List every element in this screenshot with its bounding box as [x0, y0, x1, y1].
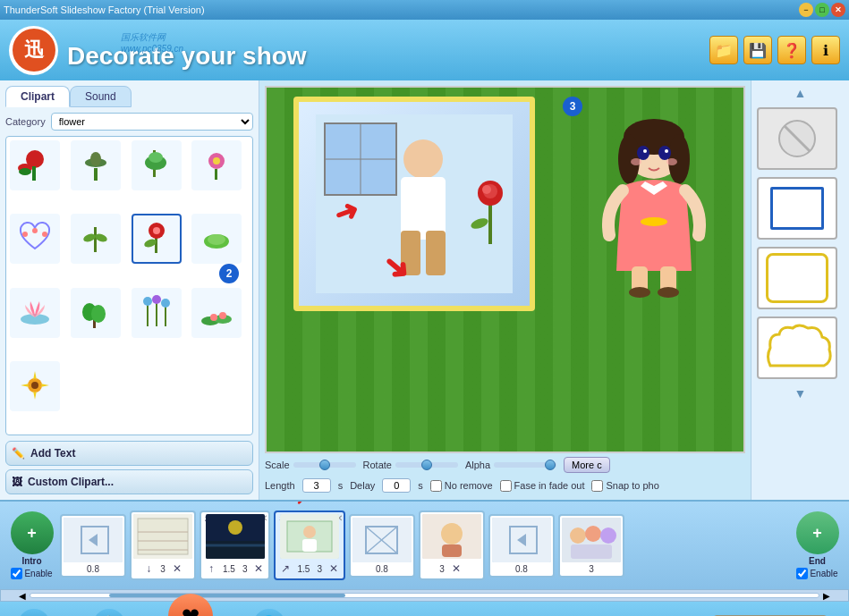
nav-publish[interactable]: 🌐 Publish	[250, 609, 288, 616]
frame-preview-blue[interactable]	[757, 177, 837, 240]
scale-slider[interactable]	[293, 462, 356, 468]
scrollbar-thumb[interactable]	[109, 594, 345, 597]
header-toolbar: 📁 💾 ❓ ℹ	[709, 36, 840, 64]
filmstrip-scrollbar[interactable]: ◀ ▶	[0, 589, 849, 602]
frame-preview-yellow-rounded[interactable]	[757, 247, 837, 309]
clipart-item[interactable]	[191, 140, 242, 190]
intro-button[interactable]: +	[11, 511, 54, 554]
svg-point-36	[161, 299, 170, 308]
scroll-right-btn[interactable]: ▶	[823, 591, 830, 601]
close-button[interactable]: ✕	[831, 3, 845, 17]
clipart-item[interactable]	[10, 288, 60, 338]
slide-info: 3 ✕	[439, 561, 464, 577]
slide-thumb	[422, 514, 481, 559]
info-button[interactable]: ℹ	[811, 36, 840, 64]
scroll-down-arrow[interactable]: ▼	[757, 386, 844, 401]
tab-clipart[interactable]: Clipart	[5, 86, 70, 107]
clipart-item-selected[interactable]	[132, 214, 182, 264]
alpha-label: Alpha	[465, 460, 490, 470]
film-slide-5[interactable]: 5 ✕ 3	[558, 514, 624, 578]
length-input[interactable]	[302, 478, 331, 493]
svg-text:迅: 迅	[24, 38, 45, 61]
scroll-left-btn[interactable]: ◀	[19, 591, 26, 601]
nav-photo[interactable]: 🖼 Photo	[18, 609, 50, 616]
clipart-item[interactable]	[191, 288, 242, 338]
slide-thumb	[64, 518, 123, 562]
frame-preview-none[interactable]	[757, 107, 837, 170]
clipart-item[interactable]	[191, 214, 242, 264]
clipart-item[interactable]	[10, 140, 60, 190]
svg-point-16	[42, 232, 47, 237]
canvas-area[interactable]: ➜ ➜ 3	[265, 86, 745, 453]
add-text-button[interactable]: ✏️ Add Text	[5, 441, 253, 466]
custom-clipart-button[interactable]: 🖼 Custom Clipart...	[5, 469, 253, 494]
tab-sound[interactable]: Sound	[70, 86, 132, 107]
help-button[interactable]: ❓	[777, 36, 806, 64]
film-slide-3[interactable]: 3 ✕ ➜ 1 ↗ 1.5 3 ✕	[274, 511, 344, 580]
plus-icon: +	[812, 524, 822, 543]
fade-in-option[interactable]: Fase in fade out	[500, 480, 585, 492]
no-remove-option[interactable]: No remove	[430, 480, 493, 492]
end-enable[interactable]: Enable	[796, 568, 837, 579]
slide-info: 3	[589, 564, 594, 574]
slide-thumb	[206, 514, 265, 559]
save-button[interactable]: 💾	[743, 36, 772, 64]
intro-enable-checkbox[interactable]	[11, 568, 22, 579]
film-slide-4[interactable]: 4 ✕ 3 ✕	[419, 511, 485, 580]
snap-option[interactable]: Snap to pho	[591, 480, 658, 492]
clipart-item[interactable]	[71, 214, 121, 264]
plus-icon: +	[27, 524, 37, 543]
film-slide-blank2[interactable]: 0.8	[349, 514, 415, 578]
svg-point-11	[149, 152, 163, 163]
rotate-slider[interactable]	[395, 462, 458, 468]
scroll-up-arrow[interactable]: ▲	[757, 86, 844, 100]
film-slide-blank3[interactable]: 0.8	[488, 514, 555, 578]
end-enable-checkbox[interactable]	[796, 568, 808, 579]
alpha-slider[interactable]	[494, 462, 556, 468]
svg-point-64	[631, 158, 641, 165]
svg-point-26	[208, 234, 225, 245]
svg-rect-14	[215, 169, 217, 180]
svg-point-42	[31, 382, 38, 389]
slide-info: ↑ 1.5 3 ✕	[203, 561, 267, 577]
film-slide-blank1[interactable]: 0.8	[60, 514, 126, 578]
more-button[interactable]: More c	[564, 457, 610, 473]
scale-control: Scale	[265, 460, 356, 470]
end-button[interactable]: +	[796, 511, 839, 554]
nav-template[interactable]: 📋 Template	[86, 609, 132, 616]
open-button[interactable]: 📁	[709, 36, 738, 64]
clipart-item[interactable]	[71, 140, 121, 190]
svg-point-100	[570, 527, 586, 544]
slide-info: ↗ 1.5 3 ✕	[277, 561, 341, 577]
fade-in-checkbox[interactable]	[500, 480, 512, 492]
category-select[interactable]: flower animal nature holiday	[51, 113, 253, 131]
slide-thumb	[492, 518, 551, 562]
nav-decorate[interactable]: ❤ Decorate	[168, 594, 214, 616]
svg-point-40	[219, 312, 226, 319]
clipart-item[interactable]	[132, 288, 182, 338]
clipart-item[interactable]	[71, 288, 121, 338]
snap-checkbox[interactable]	[591, 480, 603, 492]
film-slide-1[interactable]: 1 ✕ ↓ 3 ✕	[130, 511, 196, 580]
intro-enable[interactable]: Enable	[11, 568, 52, 579]
clipart-item[interactable]	[10, 361, 60, 411]
slide-thumb	[562, 518, 621, 562]
clipart-item[interactable]	[10, 214, 60, 264]
svg-point-15	[22, 232, 28, 237]
category-row: Category flower animal nature holiday	[5, 113, 253, 131]
restore-button[interactable]: □	[815, 3, 829, 17]
frame-preview-yellow-cloud[interactable]	[757, 316, 837, 379]
svg-rect-88	[302, 539, 317, 552]
slide-close-icon: ✕	[326, 561, 342, 577]
scale-label: Scale	[265, 460, 290, 470]
delay-input[interactable]	[382, 478, 411, 493]
svg-point-70	[658, 287, 679, 298]
svg-rect-51	[488, 204, 492, 244]
scrollbar-track[interactable]	[30, 593, 819, 598]
film-slide-2[interactable]: 2 ✕ ↑ 1.5 3 ✕	[200, 511, 270, 580]
minimize-button[interactable]: −	[799, 3, 813, 17]
page-title: Decorate your show	[67, 42, 307, 71]
end-label: End	[809, 556, 826, 566]
no-remove-checkbox[interactable]	[430, 480, 442, 492]
clipart-item[interactable]	[132, 140, 182, 190]
